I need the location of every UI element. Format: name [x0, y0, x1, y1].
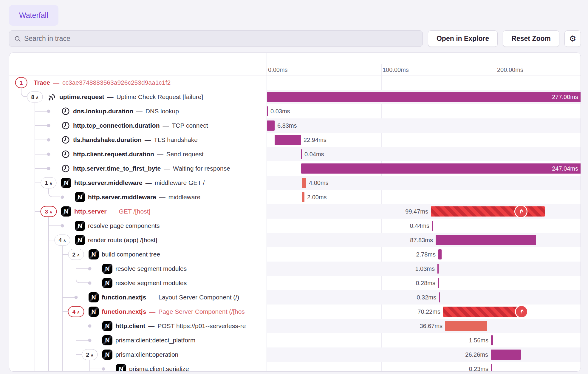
axis-tick-label: 200.00ms: [497, 67, 523, 73]
timeline-row[interactable]: 1.56ms: [267, 333, 581, 347]
expand-count-pill[interactable]: 8∧: [27, 92, 43, 103]
reset-zoom-button[interactable]: Reset Zoom: [503, 30, 559, 47]
span-row[interactable]: dns.lookup.duration—DNS lookup: [9, 104, 267, 118]
span-row[interactable]: Nresolve segment modules: [9, 276, 267, 290]
span-row[interactable]: Nprisma:client:serialize: [9, 362, 267, 371]
timeline-row[interactable]: 4.00ms: [267, 176, 581, 190]
expand-count-pill[interactable]: 4∧: [68, 306, 84, 317]
duration-bar[interactable]: [275, 135, 301, 145]
expand-count-pill[interactable]: 1: [15, 77, 27, 88]
duration-bar[interactable]: [302, 178, 306, 188]
timeline-row[interactable]: 2.78ms: [267, 247, 581, 262]
settings-button[interactable]: ⚙: [564, 30, 581, 47]
leaf-connector-dot: [47, 167, 50, 170]
duration-bar[interactable]: 277.00ms: [267, 92, 581, 102]
timeline-row[interactable]: 26.26ms: [267, 347, 581, 362]
duration-bar[interactable]: [491, 350, 521, 360]
span-row[interactable]: tls.handshake.duration—TLS handshake: [9, 133, 267, 147]
span-row[interactable]: http.tcp_connection.duration—TCP connect: [9, 118, 267, 133]
timeline-row[interactable]: 0.28ms: [267, 276, 581, 290]
timeline-row[interactable]: 22.94ms: [267, 133, 581, 147]
timeline-row[interactable]: 0.03ms: [267, 104, 581, 118]
span-op-name: resolve page components: [88, 222, 160, 229]
span-description: GET /[host]: [119, 208, 151, 215]
span-row[interactable]: Nprisma:client:detect_platform: [9, 333, 267, 347]
tab-waterfall[interactable]: Waterfall: [9, 5, 58, 26]
leaf-connector-dot: [61, 224, 64, 228]
expand-count-pill[interactable]: 2∧: [68, 249, 84, 260]
span-row[interactable]: Nhttp.client—POST https://p01--serverles…: [9, 319, 267, 333]
timeline-axis: 0.00ms100.00ms200.00ms: [267, 64, 581, 75]
duration-bar[interactable]: [431, 206, 545, 217]
timeline-row[interactable]: 0.32ms: [267, 290, 581, 305]
duration-label: 0.04ms: [304, 151, 324, 158]
timeline-row[interactable]: 247.04ms: [267, 161, 581, 176]
span-row[interactable]: 1∧Nhttp.server.middleware—middleware GET…: [9, 176, 267, 190]
timeline-row[interactable]: 1.03ms: [267, 262, 581, 276]
timeline-row[interactable]: 0.44ms: [267, 219, 581, 233]
duration-label: 0.23ms: [469, 366, 488, 372]
duration-bar[interactable]: [302, 192, 304, 202]
duration-bar[interactable]: [491, 335, 493, 345]
timeline-row[interactable]: 0.23ms: [267, 362, 581, 371]
duration-bar[interactable]: [491, 364, 492, 371]
span-row[interactable]: Nfunction.nextjs—Layout Server Component…: [9, 290, 267, 305]
duration-label: 1.56ms: [469, 337, 488, 344]
span-row[interactable]: Nhttp.server.middleware—middleware: [9, 190, 267, 204]
duration-bar[interactable]: [432, 221, 433, 231]
span-row-content: Nhttp.client—POST https://p01--serverles…: [102, 319, 246, 333]
duration-label: 2.00ms: [307, 194, 327, 201]
span-row[interactable]: 4∧Nfunction.nextjs—Page Server Component…: [9, 305, 267, 319]
expand-count-pill[interactable]: 4∧: [54, 235, 70, 246]
duration-bar[interactable]: [443, 307, 524, 317]
duration-bar[interactable]: [438, 278, 439, 288]
span-row[interactable]: 2∧Nbuild component tree: [9, 247, 267, 262]
duration-bar[interactable]: [439, 292, 440, 302]
span-row[interactable]: 3∧Nhttp.server—GET /[host]: [9, 204, 267, 219]
timeline-row[interactable]: 36.67ms: [267, 319, 581, 333]
duration-bar[interactable]: 247.04ms: [301, 163, 581, 174]
chevron-up-icon: ∧: [77, 310, 80, 314]
duration-bar[interactable]: [438, 249, 442, 259]
span-row[interactable]: 8∧uptime.request—Uptime Check Request [f…: [9, 90, 267, 104]
expand-count-pill[interactable]: 1∧: [41, 177, 56, 188]
span-row[interactable]: http.server.time_to_first_byte—Waiting f…: [9, 161, 267, 176]
duration-bar[interactable]: [267, 106, 268, 116]
span-op-name: dns.lookup.duration: [73, 108, 133, 115]
span-row[interactable]: 4∧Nrender route (app) /[host]: [9, 233, 267, 247]
duration-label: 0.44ms: [410, 222, 429, 229]
timeline-row[interactable]: 2.00ms: [267, 190, 581, 204]
leaf-connector-dot: [88, 282, 92, 285]
timeline-row[interactable]: [267, 75, 581, 90]
name-separator: —: [146, 179, 152, 186]
error-fire-icon[interactable]: [515, 305, 528, 318]
child-count: 3: [45, 208, 48, 215]
search-input[interactable]: [24, 35, 418, 43]
expand-count-pill[interactable]: 2∧: [82, 349, 98, 360]
duration-bar[interactable]: [445, 321, 487, 331]
expand-count-pill[interactable]: 3∧: [40, 206, 57, 217]
timeline-row[interactable]: 87.83ms: [267, 233, 581, 247]
duration-label: 26.26ms: [465, 351, 488, 358]
span-row[interactable]: Nresolve page components: [9, 219, 267, 233]
span-op-name: uptime.request: [59, 93, 104, 101]
duration-bar[interactable]: [437, 264, 439, 274]
span-row[interactable]: Nresolve segment modules: [9, 262, 267, 276]
span-op-name: http.client.request.duration: [73, 151, 154, 158]
timeline-row[interactable]: 99.47ms: [267, 204, 581, 219]
open-in-explore-button[interactable]: Open in Explore: [428, 30, 498, 47]
trace-row[interactable]: 1Trace—cc3ae3748883563a926c253d9aa1c1f2: [9, 75, 267, 90]
duration-bar[interactable]: [436, 235, 536, 245]
nextjs-icon: N: [61, 178, 71, 188]
duration-bar[interactable]: [301, 149, 302, 159]
span-row[interactable]: 2∧Nprisma:client:operation: [9, 347, 267, 362]
span-row-content: Nbuild component tree: [89, 247, 160, 262]
duration-bar[interactable]: [267, 120, 275, 131]
error-fire-icon[interactable]: [514, 205, 527, 218]
span-row[interactable]: http.client.request.duration—Send reques…: [9, 147, 267, 161]
chevron-up-icon: ∧: [49, 181, 52, 186]
timeline-row[interactable]: 277.00ms: [267, 90, 581, 104]
timeline-row[interactable]: 0.04ms: [267, 147, 581, 161]
timeline-row[interactable]: 70.22ms: [267, 305, 581, 319]
timeline-row[interactable]: 6.83ms: [267, 118, 581, 133]
